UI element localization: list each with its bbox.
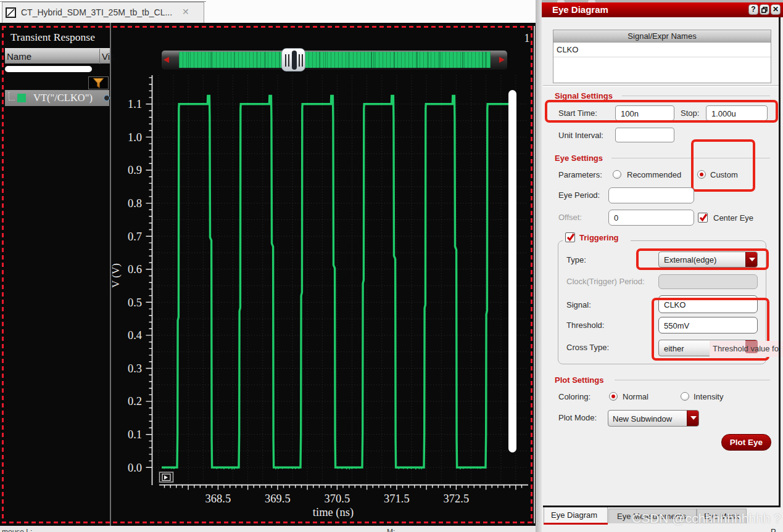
svg-text:0.9: 0.9 — [128, 164, 142, 176]
svg-text:0.3: 0.3 — [128, 362, 142, 375]
svg-text:0.1: 0.1 — [128, 428, 142, 441]
svg-text:0.7: 0.7 — [128, 231, 142, 243]
svg-text:0.6: 0.6 — [128, 263, 142, 276]
svg-text:370.5: 370.5 — [325, 493, 350, 505]
svg-text:1.0: 1.0 — [128, 131, 142, 144]
svg-text:0.2: 0.2 — [128, 395, 142, 407]
svg-text:372.5: 372.5 — [444, 493, 470, 505]
svg-text:0.5: 0.5 — [128, 297, 142, 309]
svg-text:1.1: 1.1 — [128, 98, 142, 110]
svg-text:0.4: 0.4 — [128, 329, 142, 342]
svg-text:0.0: 0.0 — [128, 462, 142, 474]
svg-text:371.5: 371.5 — [384, 493, 410, 505]
svg-text:368.5: 368.5 — [205, 493, 231, 505]
svg-text:time (ns): time (ns) — [313, 506, 354, 519]
svg-text:369.5: 369.5 — [265, 493, 291, 505]
svg-text:V (V): V (V) — [110, 263, 122, 288]
svg-text:1: 1 — [524, 32, 530, 44]
svg-text:0.8: 0.8 — [128, 197, 142, 210]
